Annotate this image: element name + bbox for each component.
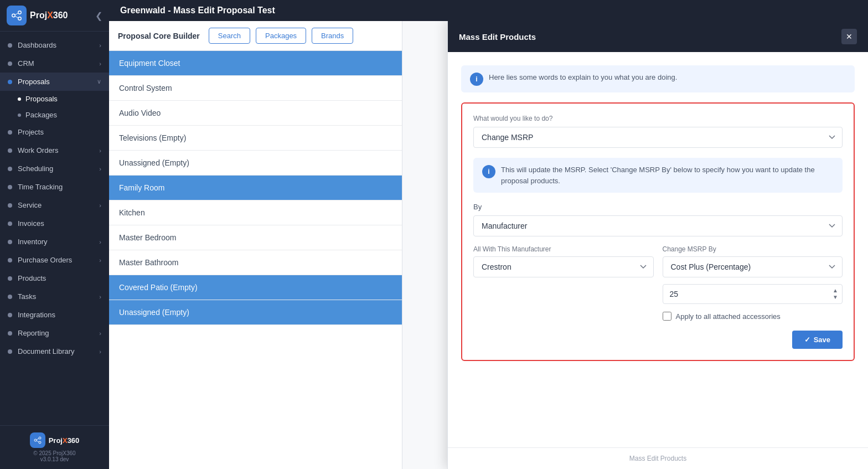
nav-dot-active <box>8 80 12 84</box>
number-input[interactable] <box>663 284 843 304</box>
save-label: Save <box>814 336 830 344</box>
sidebar-item-products[interactable]: Products <box>0 269 109 287</box>
sidebar-item-label: Inventory <box>18 238 47 246</box>
sidebar-item-crm[interactable]: CRM › <box>0 54 109 73</box>
chevron-right-icon: › <box>99 166 101 172</box>
content-area: Proposal Core Builder Search Packages Br… <box>109 21 868 469</box>
info-text-2: This will update the MSRP. Select 'Chang… <box>501 164 834 186</box>
change-msrp-col-label: Change MSRP By <box>663 245 843 253</box>
brands-tab-button[interactable]: Brands <box>312 28 353 44</box>
sidebar-item-tasks[interactable]: Tasks › <box>0 287 109 306</box>
room-item-equipment-closet[interactable]: Equipment Closet <box>109 51 402 76</box>
spinner-down-button[interactable]: ▼ <box>830 294 840 301</box>
sidebar-item-inventory[interactable]: Inventory › <box>0 233 109 251</box>
sidebar-navigation: Dashboards › CRM › Proposals ∨ Proposals… <box>0 32 109 425</box>
sidebar-subitem-label: Proposals <box>25 95 58 103</box>
sidebar-item-invoices[interactable]: Invoices <box>0 214 109 233</box>
sidebar-collapse-button[interactable]: ❮ <box>95 11 102 21</box>
sidebar-footer: ProjX360 © 2025 ProjX360 v3.0.13 dev <box>0 425 109 469</box>
sidebar-item-time-tracking[interactable]: Time Tracking <box>0 178 109 196</box>
proposal-panel-title: Proposal Core Builder <box>118 32 200 40</box>
nav-dot <box>8 221 12 226</box>
save-button[interactable]: ✓ Save <box>792 331 843 349</box>
sidebar-item-reporting[interactable]: Reporting › <box>0 324 109 342</box>
nav-dot <box>8 203 12 208</box>
chevron-right-icon: › <box>99 60 101 67</box>
nav-dot <box>8 61 12 66</box>
nav-dot <box>8 148 12 153</box>
nav-dot <box>8 349 12 354</box>
mass-edit-modal: Mass Edit Products ✕ i Here lies some wo… <box>447 21 868 469</box>
nav-dot <box>8 295 12 299</box>
nav-dot <box>8 240 12 244</box>
room-item-control-system[interactable]: Control System <box>109 76 402 101</box>
sidebar-item-dashboards[interactable]: Dashboards › <box>0 36 109 54</box>
nav-dot <box>8 43 12 48</box>
sidebar-item-label: Dashboards <box>18 41 56 49</box>
logo-text: ProjX360 <box>30 11 68 20</box>
sidebar-item-label: Projects <box>18 128 44 136</box>
spinner-up-button[interactable]: ▲ <box>830 287 840 294</box>
sidebar-item-label: Purchase Orders <box>18 256 72 264</box>
room-item-televisions[interactable]: Televisions (Empty) <box>109 126 402 151</box>
sidebar-item-work-orders[interactable]: Work Orders › <box>0 141 109 159</box>
room-item-unassigned-2[interactable]: Unassigned (Empty) <box>109 300 402 325</box>
what-to-do-section: What would you like to do? Change MSRP C… <box>473 115 843 148</box>
sidebar-item-integrations[interactable]: Integrations <box>0 306 109 324</box>
footer-version: v3.0.13 dev <box>7 456 102 462</box>
number-input-wrap: ▲ ▼ <box>663 284 843 304</box>
sidebar-item-label: Proposals <box>18 78 50 86</box>
sidebar-item-proposals[interactable]: Proposals ∨ <box>0 73 109 91</box>
room-item-family-room[interactable]: Family Room <box>109 176 402 200</box>
room-item-kitchen[interactable]: Kitchen <box>109 200 402 225</box>
room-item-master-bedroom[interactable]: Master Bedroom <box>109 225 402 250</box>
sub-dot <box>18 97 21 101</box>
sidebar-item-service[interactable]: Service › <box>0 196 109 214</box>
sidebar-item-projects[interactable]: Projects <box>0 123 109 141</box>
sidebar-item-proposals-sub[interactable]: Proposals <box>18 91 109 107</box>
page-title: Greenwald - Mass Edit Proposal Test <box>120 6 275 16</box>
svg-line-9 <box>37 441 39 442</box>
sidebar-item-label: Service <box>18 201 42 209</box>
nav-dot <box>8 130 12 135</box>
sidebar-item-label: Document Library <box>18 347 75 355</box>
apply-accessories-checkbox[interactable] <box>663 312 671 321</box>
chevron-right-icon: › <box>99 239 101 245</box>
packages-tab-button[interactable]: Packages <box>256 28 306 44</box>
info-box-1: i Here lies some words to explain to you… <box>461 65 855 92</box>
logo[interactable]: ProjX360 <box>7 6 68 25</box>
by-dropdown[interactable]: Manufacturer Category All Products <box>473 215 843 236</box>
room-item-audio-video[interactable]: Audio Video <box>109 101 402 126</box>
modal-close-button[interactable]: ✕ <box>841 29 857 44</box>
what-label: What would you like to do? <box>473 115 843 122</box>
room-item-covered-patio[interactable]: Covered Patio (Empty) <box>109 275 402 300</box>
sidebar-item-packages-sub[interactable]: Packages <box>18 107 109 123</box>
svg-line-4 <box>15 16 18 18</box>
sidebar-item-scheduling[interactable]: Scheduling › <box>0 159 109 178</box>
room-item-master-bathroom[interactable]: Master Bathroom <box>109 250 402 275</box>
sidebar-item-label: Time Tracking <box>18 183 63 191</box>
action-dropdown[interactable]: Change MSRP Change Price Change Cost Cha… <box>473 127 843 148</box>
svg-line-8 <box>37 439 39 440</box>
room-item-unassigned-1[interactable]: Unassigned (Empty) <box>109 151 402 176</box>
manufacturer-column: All With This Manufacturer Crestron Sony… <box>473 245 654 321</box>
sidebar-item-purchase-orders[interactable]: Purchase Orders › <box>0 251 109 269</box>
search-tab-button[interactable]: Search <box>209 28 250 44</box>
sidebar-item-document-library[interactable]: Document Library › <box>0 342 109 360</box>
nav-dot <box>8 331 12 336</box>
footer-logo: ProjX360 <box>7 432 102 448</box>
svg-point-7 <box>39 441 41 444</box>
chevron-right-icon: › <box>99 257 101 264</box>
svg-point-6 <box>39 437 41 439</box>
change-msrp-dropdown[interactable]: Cost Plus (Percentage) Fixed Amount Perc… <box>663 256 843 277</box>
proposal-content-background: Mass Edit Products ✕ i Here lies some wo… <box>402 21 868 469</box>
chevron-right-icon: › <box>99 348 101 355</box>
proposal-header: Proposal Core Builder Search Packages Br… <box>109 21 402 51</box>
footer-copyright: © 2025 ProjX360 <box>7 450 102 456</box>
modal-footer: Mass Edit Products <box>448 447 868 469</box>
modal-footer-text: Mass Edit Products <box>629 455 686 462</box>
manufacturer-dropdown[interactable]: Crestron Sony Samsung LG Lutron <box>473 256 654 277</box>
apply-accessories-label[interactable]: Apply to all attached accessories <box>676 312 781 321</box>
nav-dot <box>8 185 12 189</box>
chevron-right-icon: › <box>99 330 101 337</box>
